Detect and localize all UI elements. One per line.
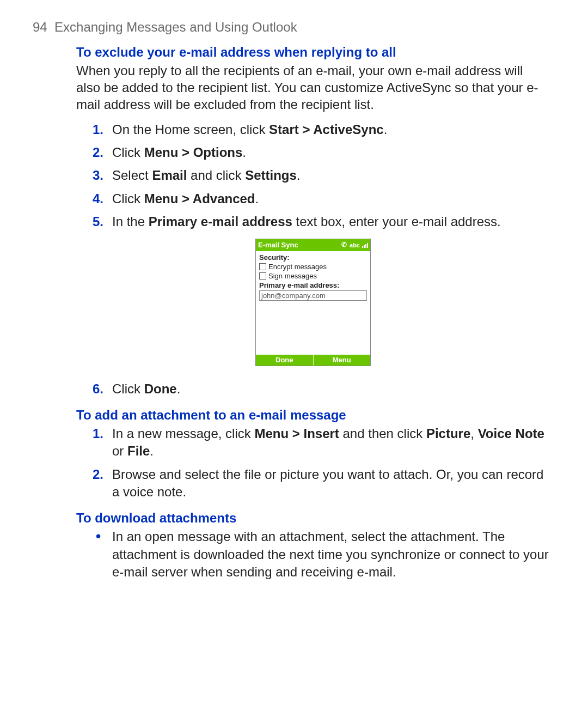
page-header-title: Exchanging Messages and Using Outlook <box>54 20 297 34</box>
input-mode-indicator: abc <box>350 242 360 248</box>
step-item: 4. Click Menu > Advanced. <box>93 190 550 208</box>
step-number: 2. <box>93 466 103 483</box>
encrypt-checkbox-row[interactable]: Encrypt messages <box>259 263 367 271</box>
step-item: 5. In the Primary e-mail address text bo… <box>93 213 550 230</box>
steps-list-attachment: 1. In a new message, click Menu > Insert… <box>76 425 550 501</box>
phone-title: E-mail Sync <box>258 241 298 249</box>
sign-checkbox-row[interactable]: Sign messages <box>259 272 367 280</box>
phone-body: Security: Encrypt messages Sign messages… <box>256 251 370 355</box>
call-icon <box>342 242 347 248</box>
sign-label: Sign messages <box>268 272 317 280</box>
step-item: 1. On the Home screen, click Start > Act… <box>93 121 550 138</box>
section-intro-exclude: When you reply to all the recipients of … <box>76 62 550 113</box>
step-number: 3. <box>93 167 103 184</box>
step-number: 2. <box>93 144 103 161</box>
phone-titlebar: E-mail Sync abc <box>256 239 370 251</box>
security-label: Security: <box>259 253 367 262</box>
bullets-download: In an open message with an attachment, s… <box>76 528 550 581</box>
checkbox-icon[interactable] <box>259 263 266 270</box>
primary-email-label: Primary e-mail address: <box>259 281 367 289</box>
step-item: 3. Select Email and click Settings. <box>93 167 550 184</box>
phone-frame: E-mail Sync abc Security: Encrypt messag… <box>255 239 371 366</box>
step-number: 6. <box>93 380 103 398</box>
checkbox-icon[interactable] <box>259 272 266 280</box>
bullet-item: In an open message with an attachment, s… <box>93 528 550 581</box>
step-number: 5. <box>93 213 103 230</box>
phone-softkey-bar: Done Menu <box>256 355 370 366</box>
page-content: To exclude your e-mail address when repl… <box>76 45 550 581</box>
section-title-download: To download attachments <box>76 511 550 526</box>
encrypt-label: Encrypt messages <box>268 263 327 271</box>
step-number: 4. <box>93 190 103 208</box>
page-number: 94 <box>33 20 47 34</box>
softkey-done[interactable]: Done <box>256 355 313 366</box>
step-item: 2. Click Menu > Options. <box>93 144 550 161</box>
step-number: 1. <box>93 425 103 442</box>
page-header: 94 Exchanging Messages and Using Outlook <box>33 20 555 35</box>
primary-email-field <box>259 290 367 301</box>
steps-list-exclude-b: 6. Click Done. <box>76 380 550 398</box>
document-page: 94 Exchanging Messages and Using Outlook… <box>0 0 588 611</box>
softkey-menu[interactable]: Menu <box>314 355 371 366</box>
steps-list-exclude-a: 1. On the Home screen, click Start > Act… <box>76 121 550 231</box>
phone-screenshot: E-mail Sync abc Security: Encrypt messag… <box>76 239 550 366</box>
primary-email-input[interactable] <box>259 290 367 301</box>
step-number: 1. <box>93 121 103 138</box>
section-title-attachment: To add an attachment to an e-mail messag… <box>76 408 550 423</box>
signal-icon <box>362 242 368 248</box>
step-item: 6. Click Done. <box>93 380 550 398</box>
phone-status-area: abc <box>342 242 368 248</box>
step-item: 1. In a new message, click Menu > Insert… <box>93 425 550 460</box>
section-title-exclude: To exclude your e-mail address when repl… <box>76 45 550 60</box>
step-item: 2. Browse and select the file or picture… <box>93 466 550 501</box>
